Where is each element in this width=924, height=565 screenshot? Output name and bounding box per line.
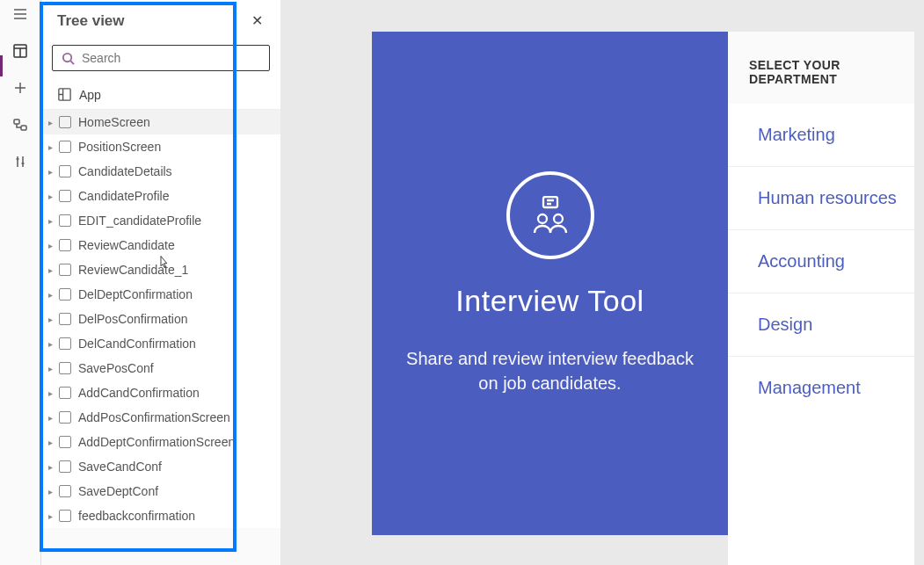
dept-item[interactable]: Marketing (728, 104, 914, 167)
chevron-right-icon: ▸ (48, 339, 57, 349)
tree-item[interactable]: ▸SaveDeptConf (41, 479, 280, 503)
tree-item-label: HomeScreen (78, 115, 280, 129)
tree-item[interactable]: ▸SaveCandConf (41, 454, 280, 479)
chevron-right-icon: ▸ (48, 118, 57, 127)
dept-item[interactable]: Management (728, 357, 914, 419)
preview-card: Interview Tool Share and review intervie… (372, 32, 728, 535)
chevron-right-icon: ▸ (48, 315, 57, 324)
screen-icon (59, 362, 71, 374)
search-box[interactable] (52, 45, 270, 71)
canvas: Interview Tool Share and review intervie… (280, 0, 924, 565)
chevron-right-icon: ▸ (48, 364, 57, 373)
tree-item-label: DelCandConfirmation (78, 337, 280, 351)
chevron-right-icon: ▸ (48, 511, 57, 521)
screen-icon (59, 485, 71, 497)
dept-item[interactable]: Design (728, 293, 914, 357)
app-icon (57, 87, 72, 102)
tree-item[interactable]: ▸PositionScreen (41, 134, 280, 159)
tree-item[interactable]: ▸CandidateDetails (41, 159, 280, 184)
tree-item[interactable]: ▸CandidateProfile (41, 184, 280, 208)
tree-panel: Tree view ✕ App ▸HomeScreen···▸PositionS… (41, 0, 280, 528)
search-icon (62, 52, 75, 65)
screen-icon (59, 510, 71, 522)
chevron-right-icon: ▸ (48, 487, 57, 496)
screen-icon (59, 288, 71, 301)
interview-logo-icon (506, 171, 594, 259)
tree-item-label: SavePosConf (78, 361, 280, 375)
chevron-right-icon: ▸ (48, 388, 57, 398)
screen-icon (59, 337, 71, 350)
screen-icon (59, 190, 71, 202)
chevron-right-icon: ▸ (48, 167, 57, 177)
chevron-right-icon: ▸ (48, 265, 57, 275)
tree-item[interactable]: ▸AddPosConfirmationScreen (41, 405, 280, 430)
chevron-right-icon: ▸ (48, 413, 57, 423)
panel-title: Tree view (57, 12, 125, 30)
tree-item[interactable]: ▸AddCandConfirmation (41, 380, 280, 405)
chevron-right-icon: ▸ (48, 462, 57, 472)
tree-item-label: ReviewCandidate_1 (78, 263, 280, 277)
screen-icon (59, 141, 71, 153)
tree-item-label: AddCandConfirmation (78, 386, 280, 400)
screen-icon (59, 264, 71, 276)
svg-rect-1 (14, 120, 19, 124)
search-input[interactable] (82, 51, 260, 65)
screen-icon (59, 214, 71, 227)
tree-item-label: DelDeptConfirmation (78, 287, 280, 301)
tree-item[interactable]: ▸SavePosConf (41, 356, 280, 380)
chevron-right-icon: ▸ (48, 216, 57, 226)
tree-item[interactable]: ▸DelPosConfirmation (41, 307, 280, 331)
tree-panel-wrap: Tree view ✕ App ▸HomeScreen···▸PositionS… (41, 0, 280, 565)
close-icon[interactable]: ✕ (248, 9, 266, 33)
tree-item[interactable]: ▸DelDeptConfirmation (41, 282, 280, 307)
tree-item[interactable]: ▸ReviewCandidate··· (41, 233, 280, 257)
screen-icon (59, 436, 71, 448)
dept-list: MarketingHuman resourcesAccountingDesign… (728, 104, 914, 419)
svg-rect-2 (21, 126, 26, 130)
svg-point-6 (538, 214, 547, 223)
dept-item[interactable]: Human resources (728, 167, 914, 230)
dept-item[interactable]: Accounting (728, 230, 914, 293)
tree-item[interactable]: ▸feedbackconfirmation (41, 503, 280, 528)
tree-item-label: ReviewCandidate (78, 238, 280, 252)
tree-item-label: PositionScreen (78, 140, 280, 154)
svg-point-7 (554, 214, 563, 223)
screen-icon (59, 239, 71, 251)
app-root[interactable]: App (41, 80, 280, 110)
data-icon[interactable] (11, 116, 29, 134)
chevron-right-icon: ▸ (48, 192, 57, 201)
tools-icon[interactable] (11, 153, 29, 170)
rail-accent (0, 55, 3, 76)
tree-item-label: EDIT_candidateProfile (78, 214, 280, 228)
tree-item-label: AddDeptConfirmationScreen (78, 435, 280, 449)
svg-rect-5 (543, 197, 557, 207)
search-wrap (41, 40, 280, 80)
screen-icon (59, 460, 71, 473)
panel-header: Tree view ✕ (41, 0, 280, 40)
tree-list: ▸HomeScreen···▸PositionScreen▸CandidateD… (41, 110, 280, 528)
hamburger-icon[interactable] (11, 5, 29, 23)
screen-icon (59, 411, 71, 424)
svg-point-3 (63, 53, 71, 61)
tree-item-label: SaveDeptConf (78, 484, 280, 498)
chevron-right-icon: ▸ (48, 290, 57, 300)
left-rail (0, 0, 41, 565)
screen-icon (59, 387, 71, 399)
screen-icon (59, 165, 71, 177)
tree-item[interactable]: ▸EDIT_candidateProfile (41, 208, 280, 233)
tree-item[interactable]: ▸ReviewCandidate_1 (41, 257, 280, 282)
tree-item[interactable]: ▸HomeScreen··· (41, 110, 280, 134)
tree-item[interactable]: ▸AddDeptConfirmationScreen (41, 430, 280, 454)
tree-item-label: SaveCandConf (78, 460, 280, 474)
app-label: App (79, 88, 101, 102)
preview-subtitle: Share and review interview feedback on j… (398, 346, 702, 395)
screen-icon (59, 313, 71, 325)
plus-icon[interactable] (11, 79, 29, 97)
screen-icon (59, 116, 71, 128)
preview-title: Interview Tool (455, 284, 644, 318)
tree-item-label: CandidateProfile (78, 189, 280, 203)
tree-item-label: feedbackconfirmation (78, 509, 280, 523)
chevron-right-icon: ▸ (48, 142, 57, 152)
tree-view-icon[interactable] (11, 42, 29, 60)
tree-item[interactable]: ▸DelCandConfirmation (41, 331, 280, 356)
